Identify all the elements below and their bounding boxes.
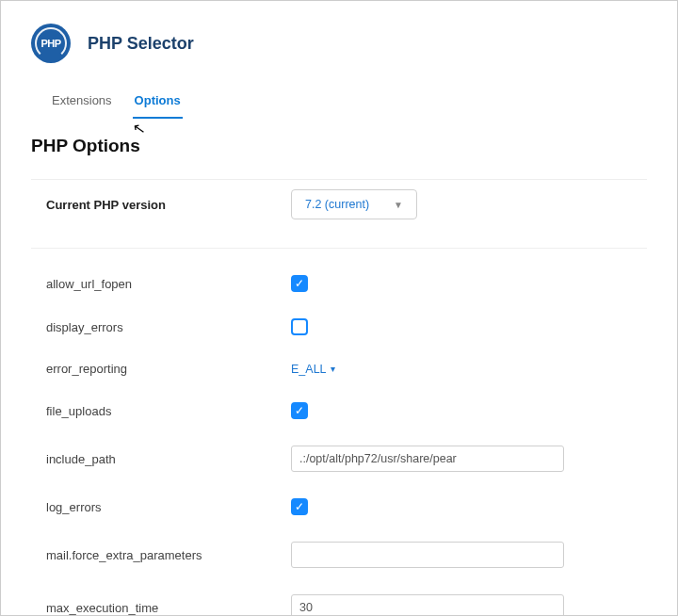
checkbox-display-errors[interactable]: [291, 318, 308, 335]
checkbox-allow-url-fopen[interactable]: ✓: [291, 275, 308, 292]
error-reporting-value: E_ALL: [291, 363, 327, 376]
opt-label-file-uploads: file_uploads: [46, 404, 291, 418]
php-version-value: 7.2 (current): [305, 198, 369, 211]
opt-label-include-path: include_path: [46, 452, 291, 466]
chevron-down-icon: ▾: [331, 364, 335, 374]
opt-label-error-reporting: error_reporting: [46, 362, 291, 376]
php-logo-text: PHP: [40, 38, 60, 49]
php-logo: PHP: [31, 24, 71, 63]
tab-extensions[interactable]: Extensions: [50, 88, 114, 119]
input-mail-force[interactable]: [291, 542, 564, 568]
checkbox-file-uploads[interactable]: ✓: [291, 402, 308, 419]
opt-label-display-errors: display_errors: [46, 320, 291, 334]
dropdown-error-reporting[interactable]: E_ALL ▾: [291, 363, 335, 376]
opt-label-log-errors: log_errors: [46, 500, 291, 514]
php-version-select[interactable]: 7.2 (current) ▼: [291, 189, 417, 219]
opt-label-max-exec: max_execution_time: [46, 601, 291, 615]
tab-bar: Extensions Options: [1, 74, 677, 119]
opt-label-mail-force: mail.force_extra_parameters: [46, 548, 291, 562]
tab-options[interactable]: Options: [133, 88, 183, 119]
section-title: PHP Options: [1, 119, 677, 171]
input-max-exec[interactable]: [291, 594, 564, 616]
page-title: PHP Selector: [88, 34, 194, 54]
chevron-down-icon: ▼: [394, 200, 403, 210]
opt-label-allow-url-fopen: allow_url_fopen: [46, 277, 291, 291]
checkbox-log-errors[interactable]: ✓: [291, 498, 308, 515]
version-label: Current PHP version: [46, 198, 291, 212]
input-include-path[interactable]: [291, 446, 564, 472]
